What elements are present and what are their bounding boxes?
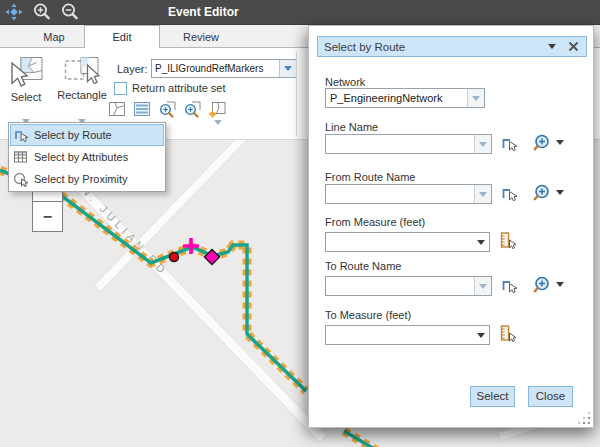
to-route-dropdown-button[interactable] (474, 277, 491, 295)
select-tool-label: Select (0, 91, 52, 103)
to-route-select-on-map-icon[interactable] (500, 276, 519, 295)
zoom-out-icon[interactable] (59, 1, 81, 23)
map-options-dropdown-icon[interactable] (214, 120, 222, 125)
dialog-menu-chevron-icon[interactable] (548, 44, 556, 49)
magenta-diamond-marker (205, 250, 220, 265)
menu-item-select-by-attributes[interactable]: Select by Attributes (10, 146, 164, 168)
to-route-input[interactable] (326, 277, 474, 295)
line-zoom-dropdown-icon[interactable] (556, 140, 564, 145)
to-measure-pick-icon[interactable] (498, 324, 518, 344)
from-route-select-on-map-icon[interactable] (500, 184, 519, 203)
chevron-down-icon (477, 240, 485, 245)
menu-item-label: Select by Route (34, 129, 112, 141)
line-name-dropdown-button[interactable] (474, 135, 491, 153)
map-zoom-out-button[interactable]: − (33, 202, 62, 232)
select-button[interactable]: Select (470, 386, 515, 407)
select-tool-button[interactable]: Select (0, 54, 52, 130)
selection-tools-row (108, 100, 226, 118)
attribute-table-icon[interactable] (133, 100, 151, 118)
from-measure-combobox[interactable] (325, 232, 490, 252)
to-route-zoom-dropdown-icon[interactable] (556, 282, 564, 287)
route-line-south (344, 431, 381, 447)
dialog-close-icon[interactable] (566, 40, 580, 54)
menu-item-label: Select by Attributes (34, 151, 128, 163)
to-route-zoom-icon[interactable] (532, 275, 552, 295)
from-route-zoom-dropdown-icon[interactable] (556, 190, 564, 195)
select-tool-icon (8, 56, 44, 89)
from-measure-dropdown-button[interactable] (472, 233, 489, 251)
app-title: Event Editor (168, 0, 239, 25)
layer-label: Layer: (117, 63, 148, 75)
map-options-icon[interactable] (208, 100, 226, 118)
chevron-down-icon (479, 284, 487, 289)
route-casing-south (344, 431, 381, 447)
network-label: Network (325, 76, 365, 88)
rectangle-tool-icon (64, 56, 100, 87)
resize-grip[interactable] (588, 422, 590, 424)
from-measure-label: From Measure (feet) (325, 216, 425, 228)
proximity-circle-icon (13, 171, 29, 187)
select-dropdown-menu: Select by Route Select by Attributes Sel… (8, 122, 166, 192)
magenta-cross-marker (183, 238, 199, 254)
return-attribute-set-label: Return attribute set (132, 82, 226, 94)
to-route-combobox[interactable] (325, 276, 492, 296)
chevron-down-icon (284, 66, 292, 71)
zoom-in-icon[interactable] (31, 1, 53, 23)
from-measure-input[interactable] (326, 233, 472, 251)
chevron-down-icon (479, 192, 487, 197)
from-route-dropdown-button[interactable] (474, 185, 491, 203)
chevron-down-icon (479, 142, 487, 147)
return-attribute-set-checkbox[interactable] (114, 82, 127, 95)
from-measure-pick-icon[interactable] (498, 231, 518, 251)
tab-edit[interactable]: Edit (84, 25, 160, 48)
menu-item-label: Select by Proximity (34, 173, 128, 185)
line-zoom-icon[interactable] (532, 133, 552, 153)
to-measure-input[interactable] (326, 326, 472, 344)
to-measure-combobox[interactable] (325, 325, 490, 345)
app-header: Event Editor (0, 0, 600, 25)
red-point-marker (170, 253, 179, 262)
attributes-table-icon (13, 149, 29, 165)
network-dropdown-button[interactable] (467, 89, 484, 107)
pan-to-selection-icon[interactable] (183, 100, 201, 118)
tab-map[interactable]: Map (24, 27, 84, 48)
network-combobox[interactable] (325, 88, 485, 108)
rectangle-tool-label: Rectangle (56, 89, 108, 101)
layer-combobox[interactable] (151, 59, 297, 78)
dialog-title-bar: Select by Route (317, 36, 587, 57)
pan-icon[interactable] (3, 1, 25, 23)
zoom-to-selection-icon[interactable] (158, 100, 176, 118)
rectangle-tool-button[interactable]: Rectangle (56, 54, 108, 130)
route-select-icon (13, 127, 29, 143)
line-select-on-map-icon[interactable] (500, 134, 519, 153)
from-route-zoom-icon[interactable] (532, 183, 552, 203)
tab-review[interactable]: Review (160, 27, 242, 48)
layer-input[interactable] (152, 60, 279, 77)
network-input[interactable] (326, 89, 467, 107)
layer-dropdown-button[interactable] (279, 60, 296, 77)
menu-item-select-by-proximity[interactable]: Select by Proximity (10, 168, 164, 190)
from-route-label: From Route Name (325, 171, 415, 183)
ribbon-separator (296, 52, 297, 136)
chevron-down-icon (477, 333, 485, 338)
from-route-input[interactable] (326, 185, 474, 203)
line-name-combobox[interactable] (325, 134, 492, 154)
menu-item-select-by-route[interactable]: Select by Route (10, 124, 164, 146)
select-by-route-dialog: Select by Route Network Line Name From R… (308, 25, 594, 428)
to-route-label: To Route Name (325, 260, 401, 272)
chevron-down-icon (472, 96, 480, 101)
line-name-input[interactable] (326, 135, 474, 153)
from-route-combobox[interactable] (325, 184, 492, 204)
close-button[interactable]: Close (528, 386, 573, 407)
to-measure-dropdown-button[interactable] (472, 326, 489, 344)
shape-select-icon[interactable] (108, 100, 126, 118)
to-measure-label: To Measure (feet) (325, 309, 411, 321)
line-name-label: Line Name (325, 121, 378, 133)
dialog-title: Select by Route (318, 41, 548, 53)
